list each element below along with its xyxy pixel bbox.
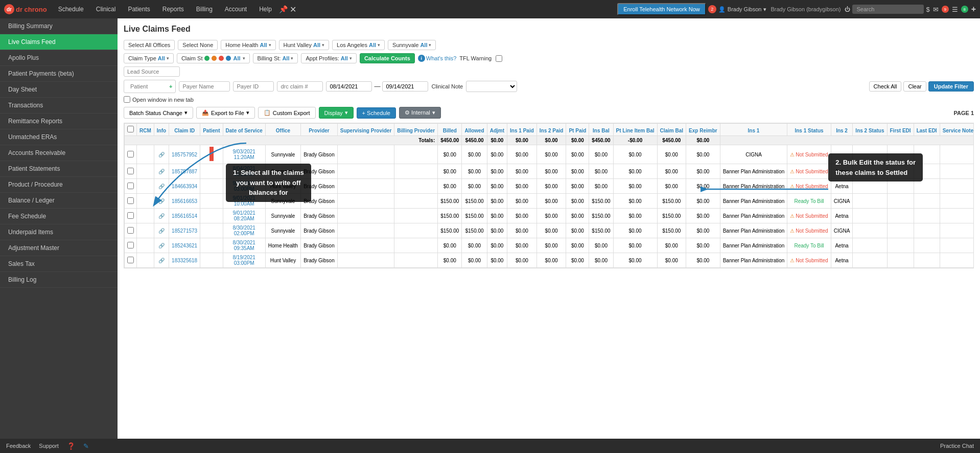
- date-link[interactable]: 9/01/202108:20AM: [232, 210, 255, 221]
- claim-id-link[interactable]: 185271573: [172, 228, 197, 234]
- patient-input[interactable]: [127, 82, 168, 91]
- row-checkbox[interactable]: [127, 183, 134, 189]
- patient-plus-icon[interactable]: +: [169, 83, 172, 89]
- feedback-link[interactable]: Feedback: [6, 443, 31, 449]
- info-link-icon[interactable]: 🔗: [158, 169, 165, 174]
- sidebar-item-patient-payments[interactable]: Patient Payments (beta): [0, 66, 118, 82]
- drc-claim-input[interactable]: [277, 81, 323, 92]
- clinical-note-select[interactable]: [466, 81, 517, 92]
- nav-billing[interactable]: Billing: [191, 4, 218, 15]
- claim-id-link[interactable]: 185243621: [172, 243, 197, 248]
- nav-patients[interactable]: Patients: [123, 4, 155, 15]
- internal-button[interactable]: ⚙ Internal ▾: [399, 107, 441, 119]
- sidebar-item-accounts-receivable[interactable]: Accounts Receivable: [0, 145, 118, 161]
- dollar-icon[interactable]: $: [926, 6, 929, 13]
- tfl-warning-checkbox[interactable]: [496, 55, 502, 62]
- sidebar-item-adjustment-master[interactable]: Adjustment Master: [0, 240, 118, 256]
- row-checkbox[interactable]: [127, 257, 134, 263]
- export-to-file-button[interactable]: 📤 Export to File ▾: [196, 107, 255, 119]
- nav-account[interactable]: Account: [220, 4, 252, 15]
- hunt-valley-filter[interactable]: Hunt Valley All ▾: [279, 40, 330, 50]
- user-name[interactable]: Brady Gibson: [728, 6, 762, 12]
- sidebar-item-patient-statements[interactable]: Patient Statements: [0, 161, 118, 177]
- sidebar-item-underpaid-items[interactable]: Underpaid Items: [0, 224, 118, 240]
- sidebar-item-transactions[interactable]: Transactions: [0, 98, 118, 114]
- edit-icon[interactable]: ✎: [83, 442, 89, 450]
- info-link-icon[interactable]: 🔗: [158, 228, 165, 234]
- row-checkbox[interactable]: [127, 151, 134, 157]
- los-angeles-filter[interactable]: Los Angeles All ▾: [332, 40, 385, 50]
- date-to-input[interactable]: [382, 81, 428, 92]
- plus-icon[interactable]: +: [971, 5, 976, 14]
- claim-id-link[interactable]: 185616653: [172, 198, 197, 204]
- claim-type-filter[interactable]: Claim Type All ▾: [124, 53, 174, 63]
- nav-schedule[interactable]: Schedule: [53, 4, 89, 15]
- info-link-icon[interactable]: 🔗: [158, 152, 165, 157]
- sidebar-item-billing-log[interactable]: Billing Log: [0, 272, 118, 288]
- schedule-button[interactable]: + Schedule: [357, 107, 396, 119]
- appt-profiles-filter[interactable]: Appt Profiles: All ▾: [301, 53, 356, 63]
- select-all-checkbox[interactable]: [127, 126, 134, 132]
- date-link[interactable]: 8/30/202109:35AM: [232, 240, 255, 251]
- sidebar-item-apollo-plus[interactable]: Apollo Plus: [0, 50, 118, 66]
- sidebar-item-billing-summary[interactable]: Billing Summary: [0, 18, 118, 34]
- info-link-icon[interactable]: 🔗: [158, 213, 165, 219]
- row-checkbox[interactable]: [127, 197, 134, 204]
- claim-id-link[interactable]: 184663934: [172, 184, 197, 189]
- sunnyvale-filter[interactable]: Sunnyvale All ▾: [388, 40, 436, 50]
- date-from-input[interactable]: [326, 81, 372, 92]
- help-circle-icon[interactable]: ❓: [67, 442, 75, 450]
- list-icon[interactable]: ☰: [952, 6, 958, 13]
- clear-button[interactable]: Clear: [903, 81, 926, 92]
- info-link-icon[interactable]: 🔗: [158, 258, 165, 263]
- date-link[interactable]: 8/04/202110:20AM: [232, 166, 255, 177]
- lead-source-input[interactable]: [124, 66, 180, 77]
- payer-name-input[interactable]: [179, 81, 230, 92]
- date-link[interactable]: 9/01/202110:00AM: [232, 195, 255, 207]
- claim-id-link[interactable]: 183325618: [172, 258, 197, 263]
- home-health-filter[interactable]: Home Health All ▾: [221, 40, 275, 50]
- date-link[interactable]: 9/02/202103:00PM: [232, 180, 255, 192]
- display-button[interactable]: Display ▾: [319, 107, 354, 119]
- close-icon[interactable]: ✕: [290, 5, 296, 14]
- support-link[interactable]: Support: [39, 443, 59, 449]
- select-none-button[interactable]: Select None: [178, 40, 218, 50]
- update-filter-button[interactable]: Update Filter: [928, 81, 974, 92]
- row-checkbox[interactable]: [127, 168, 134, 174]
- row-checkbox[interactable]: [127, 242, 134, 248]
- billing-st-filter[interactable]: Billing St: All ▾: [253, 53, 298, 63]
- whats-this-link[interactable]: i What's this?: [418, 55, 457, 62]
- calculate-counts-button[interactable]: Calculate Counts: [360, 53, 415, 63]
- power-icon[interactable]: ⏻: [845, 6, 850, 12]
- mail-icon[interactable]: ✉: [933, 6, 939, 13]
- practice-chat-link[interactable]: Practice Chat: [940, 443, 974, 449]
- open-window-checkbox[interactable]: [124, 96, 130, 103]
- info-link-icon[interactable]: 🔗: [158, 198, 165, 204]
- row-checkbox[interactable]: [127, 227, 134, 234]
- claim-st-filter[interactable]: Claim St All ▾: [177, 53, 250, 63]
- search-input[interactable]: [852, 5, 924, 14]
- sidebar-item-live-claims-feed[interactable]: Live Claims Feed: [0, 34, 118, 50]
- select-all-offices-button[interactable]: Select All Offices: [124, 40, 175, 50]
- payer-id-input[interactable]: [233, 81, 274, 92]
- claim-id-link[interactable]: 185757952: [172, 152, 197, 157]
- enroll-telehealth-button[interactable]: Enroll Telehealth Network Now: [617, 3, 706, 15]
- claim-id-link[interactable]: 185757887: [172, 169, 197, 174]
- sidebar-item-product-procedure[interactable]: Product / Procedure: [0, 177, 118, 193]
- check-all-button[interactable]: Check All: [869, 81, 902, 92]
- info-link-icon[interactable]: 🔗: [158, 184, 165, 189]
- pin-icon[interactable]: 📌: [279, 5, 288, 13]
- date-link[interactable]: 9/03/202111:20AM: [232, 149, 255, 160]
- date-link[interactable]: 8/30/202102:00PM: [232, 225, 255, 236]
- nav-help[interactable]: Help: [254, 4, 277, 15]
- nav-reports[interactable]: Reports: [157, 4, 189, 15]
- claim-id-link[interactable]: 185616514: [172, 213, 197, 219]
- sidebar-item-remittance-reports[interactable]: Remittance Reports: [0, 114, 118, 129]
- sidebar-item-day-sheet[interactable]: Day Sheet: [0, 82, 118, 98]
- date-link[interactable]: 8/19/202103:00PM: [232, 255, 255, 266]
- sidebar-item-sales-tax[interactable]: Sales Tax: [0, 256, 118, 272]
- sidebar-item-balance-ledger[interactable]: Balance / Ledger: [0, 193, 118, 209]
- sidebar-item-unmatched-eras[interactable]: Unmatched ERAs: [0, 129, 118, 145]
- custom-export-button[interactable]: 📋 Custom Export: [258, 107, 316, 119]
- nav-clinical[interactable]: Clinical: [91, 4, 121, 15]
